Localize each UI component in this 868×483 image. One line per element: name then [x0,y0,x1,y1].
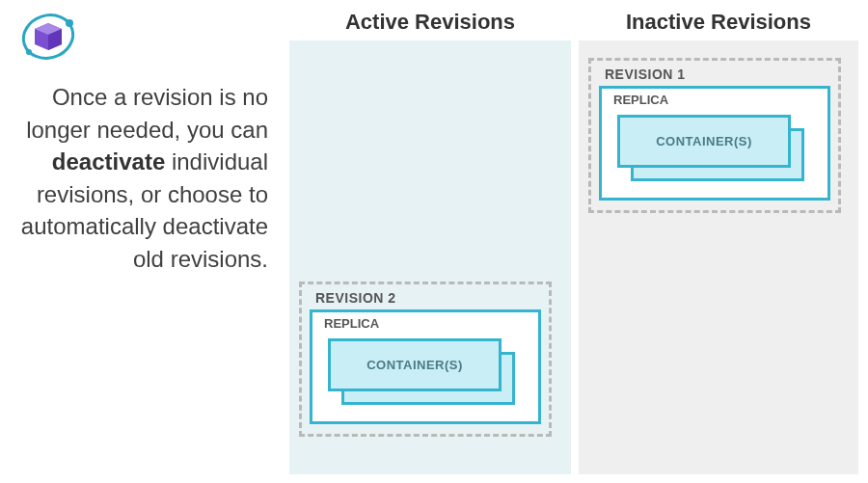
revision-1-replica-label: REPLICA [613,93,820,107]
inactive-revisions-heading: Inactive Revisions [579,10,858,35]
revision-2: REVISION 2 REPLICA CONTAINER(S) [299,282,552,437]
description-pre: Once a revision is no longer needed, you… [26,84,268,143]
revision-1-container-front: CONTAINER(S) [617,115,791,168]
svg-point-1 [66,19,73,27]
description-bold: deactivate [52,148,165,174]
active-revisions-panel: REVISION 2 REPLICA CONTAINER(S) [289,40,571,474]
svg-point-2 [26,49,32,55]
revision-2-replica: REPLICA CONTAINER(S) [310,309,541,424]
inactive-revisions-panel: REVISION 1 REPLICA CONTAINER(S) [579,40,858,474]
revision-1-label: REVISION 1 [605,67,830,82]
description-text: Once a revision is no longer needed, you… [0,81,280,276]
revision-1-replica: REPLICA CONTAINER(S) [599,86,830,201]
revision-2-label: REVISION 2 [315,290,541,306]
revision-2-containers: CONTAINER(S) [328,338,529,408]
revision-2-replica-label: REPLICA [324,316,530,331]
revision-1: REVISION 1 REPLICA CONTAINER(S) [588,58,841,213]
container-apps-icon [19,10,77,63]
active-revisions-heading: Active Revisions [289,10,571,35]
revision-1-containers: CONTAINER(S) [617,115,818,184]
revision-2-container-front: CONTAINER(S) [328,338,502,391]
